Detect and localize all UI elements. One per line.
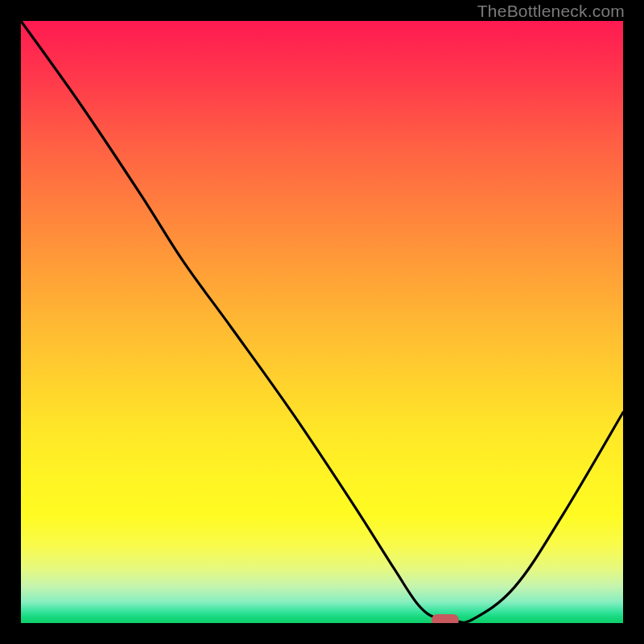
watermark-text: TheBottleneck.com — [477, 2, 625, 21]
chart-container: TheBottleneck.com — [0, 0, 644, 644]
bottleneck-curve — [21, 21, 623, 623]
optimal-marker — [431, 614, 459, 623]
plot-area — [21, 21, 623, 623]
